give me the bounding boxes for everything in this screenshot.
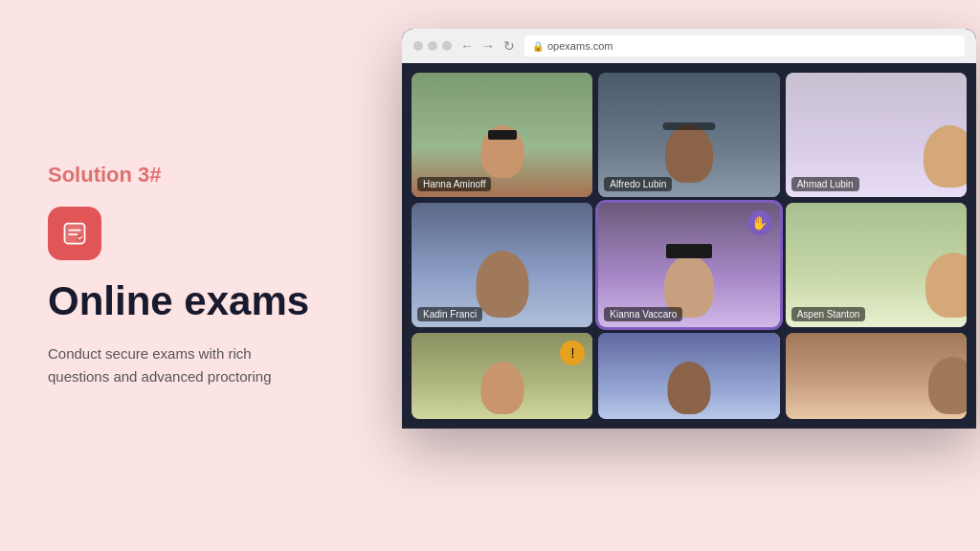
back-button[interactable]: ← <box>459 38 475 54</box>
name-aspen: Aspen Stanton <box>791 307 866 321</box>
icon-box <box>48 207 101 260</box>
face-8 <box>598 333 779 419</box>
video-cell-4: Kadin Franci <box>412 203 592 327</box>
description: Conduct secure exams with rich questions… <box>48 342 354 388</box>
browser-nav: ← → ↻ <box>459 38 517 54</box>
video-cell-1: Hanna Aminoff <box>412 73 592 197</box>
video-cell-7: ! <box>412 333 592 419</box>
name-kadin: Kadin Franci <box>417 307 482 321</box>
browser-toolbar: ← → ↻ 🔒 opexams.com <box>402 29 976 63</box>
forward-button[interactable]: → <box>480 38 496 54</box>
video-cell-2: Alfredo Lubin <box>598 73 779 197</box>
video-cell-5: ✋ Kianna Vaccaro <box>598 203 779 327</box>
dot-min <box>428 41 437 51</box>
exam-icon <box>61 220 88 247</box>
solution-label: Solution 3# <box>48 163 354 187</box>
main-title: Online exams <box>48 279 354 323</box>
left-panel: Solution 3# Online exams Conduct secure … <box>0 124 402 427</box>
dot-max <box>442 41 452 51</box>
dot-close <box>413 41 423 51</box>
browser-window: ← → ↻ 🔒 opexams.com H <box>402 29 976 429</box>
right-panel: ← → ↻ 🔒 opexams.com H <box>402 0 980 551</box>
name-kianna: Kianna Vaccaro <box>604 307 682 321</box>
refresh-button[interactable]: ↻ <box>501 38 517 54</box>
video-cell-3: Ahmad Lubin <box>786 73 967 197</box>
browser-dots <box>413 41 452 51</box>
name-alfredo: Alfredo Lubin <box>604 177 672 191</box>
url-text: opexams.com <box>547 40 612 52</box>
lock-icon: 🔒 <box>532 41 544 52</box>
video-cell-8 <box>598 333 779 419</box>
browser-content: Hanna Aminoff Alfredo Lubin <box>402 63 976 429</box>
name-hanna: Hanna Aminoff <box>417 177 491 191</box>
video-grid: Hanna Aminoff Alfredo Lubin <box>412 73 967 419</box>
video-cell-9 <box>786 333 967 419</box>
browser-url-bar[interactable]: 🔒 opexams.com <box>524 35 965 56</box>
face-9 <box>786 333 967 419</box>
raise-hand-badge: ✋ <box>747 210 772 235</box>
video-cell-6: Aspen Stanton <box>786 203 967 327</box>
name-ahmad: Ahmad Lubin <box>791 177 859 191</box>
